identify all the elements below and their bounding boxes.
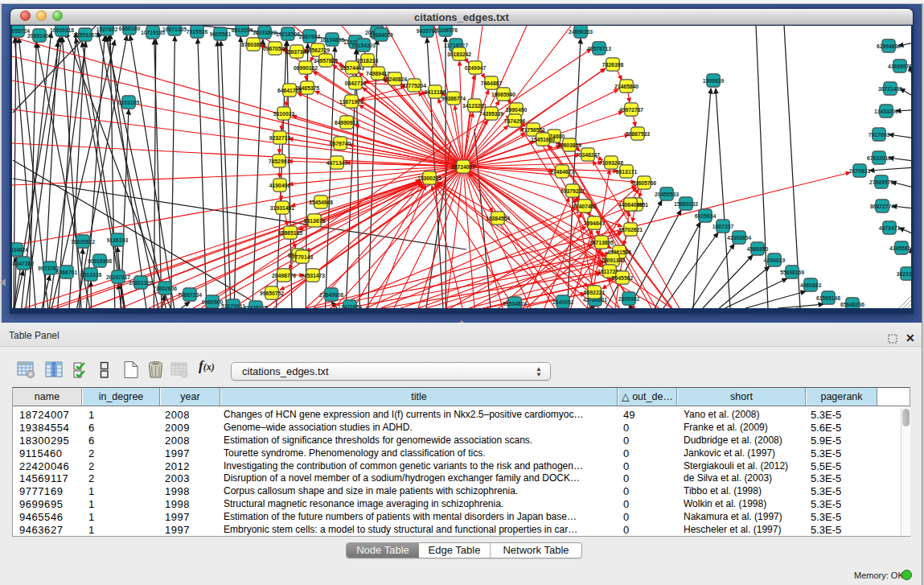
svg-text:21465840: 21465840: [614, 84, 639, 89]
svg-text:67632016: 67632016: [867, 155, 891, 161]
svg-text:47407482: 47407482: [573, 204, 597, 209]
svg-text:27484677: 27484677: [550, 169, 574, 175]
svg-text:1527602: 1527602: [97, 27, 118, 32]
svg-text:36713695: 36713695: [589, 240, 614, 245]
svg-text:19065940: 19065940: [491, 92, 515, 97]
svg-text:74395339: 74395339: [479, 111, 503, 117]
svg-text:7594647: 7594647: [584, 220, 606, 226]
svg-text:0103105: 0103105: [118, 100, 140, 105]
svg-text:4294019: 4294019: [764, 257, 786, 263]
svg-text:73602606: 73602606: [153, 286, 177, 291]
svg-text:16154808: 16154808: [320, 37, 344, 43]
svg-text:94531473: 94531473: [301, 273, 325, 278]
svg-text:64641708: 64641708: [277, 88, 302, 93]
svg-text:24896383: 24896383: [569, 29, 593, 35]
svg-text:71093248: 71093248: [599, 160, 623, 166]
svg-text:99650752: 99650752: [260, 290, 284, 296]
svg-text:51079911: 51079911: [221, 303, 245, 308]
svg-text:18300295: 18300295: [417, 175, 441, 181]
svg-text:3990490: 3990490: [506, 107, 528, 113]
svg-text:18724007: 18724007: [451, 164, 475, 170]
svg-text:31931491: 31931491: [270, 205, 294, 211]
svg-text:74687234: 74687234: [178, 292, 202, 298]
svg-text:12684060: 12684060: [369, 32, 393, 38]
svg-text:1640052: 1640052: [552, 299, 574, 305]
svg-text:2805982: 2805982: [618, 296, 640, 302]
svg-text:70154303: 70154303: [351, 43, 376, 48]
svg-text:43699577: 43699577: [888, 64, 911, 69]
svg-text:47775204: 47775204: [402, 83, 426, 89]
svg-text:8813054: 8813054: [232, 27, 253, 33]
svg-text:7917693: 7917693: [869, 132, 890, 138]
svg-text:7770143: 7770143: [292, 254, 314, 260]
svg-text:99386774: 99386774: [441, 96, 466, 101]
svg-text:6513338: 6513338: [80, 272, 102, 278]
svg-text:71756551: 71756551: [521, 127, 545, 133]
svg-text:7826398: 7826398: [602, 62, 624, 68]
svg-text:35240824: 35240824: [383, 76, 407, 82]
svg-text:78820812: 78820812: [71, 239, 95, 245]
svg-text:2887682: 2887682: [299, 34, 321, 39]
svg-text:8347382: 8347382: [13, 261, 35, 266]
svg-text:2870831: 2870831: [849, 168, 871, 174]
svg-text:4586850: 4586850: [747, 246, 769, 252]
svg-text:5310033: 5310033: [273, 111, 295, 117]
svg-text:58867533: 58867533: [626, 131, 650, 137]
svg-text:90916998: 90916998: [88, 258, 112, 264]
svg-text:7464887: 7464887: [481, 80, 503, 86]
svg-text:9232719: 9232719: [269, 135, 291, 141]
svg-text:9136193: 9136193: [107, 237, 129, 243]
svg-text:27889579: 27889579: [869, 179, 893, 185]
svg-text:49972787: 49972787: [619, 107, 643, 113]
svg-text:44064090: 44064090: [618, 202, 643, 208]
svg-text:38425135: 38425135: [244, 305, 268, 308]
svg-text:8613171: 8613171: [616, 169, 638, 175]
svg-text:62994680: 62994680: [877, 43, 901, 49]
svg-text:4190496: 4190496: [269, 183, 291, 188]
svg-text:10719185: 10719185: [141, 30, 165, 35]
svg-text:09670546: 09670546: [263, 46, 287, 51]
svg-text:13433200: 13433200: [874, 109, 898, 114]
svg-text:0249947: 0249947: [465, 65, 487, 71]
svg-text:6466160: 6466160: [119, 26, 141, 31]
svg-text:87603859: 87603859: [557, 142, 581, 148]
svg-text:8692221: 8692221: [584, 290, 606, 295]
svg-text:4471349: 4471349: [326, 160, 348, 166]
svg-text:34123281: 34123281: [462, 103, 487, 109]
svg-text:63605766: 63605766: [632, 180, 656, 186]
svg-text:5045562: 5045562: [612, 275, 634, 281]
svg-text:65648236: 65648236: [840, 302, 864, 307]
svg-text:0980500: 0980500: [202, 299, 224, 305]
svg-text:1607337: 1607337: [713, 224, 734, 229]
svg-text:20450533: 20450533: [655, 192, 679, 197]
svg-text:18702621: 18702621: [618, 227, 643, 233]
svg-text:15869232: 15869232: [674, 201, 698, 207]
svg-text:12411824: 12411824: [338, 304, 362, 308]
svg-text:78091343: 78091343: [601, 257, 625, 263]
svg-text:06990162: 06990162: [294, 65, 318, 71]
svg-text:26247317: 26247317: [106, 274, 130, 280]
svg-text:36183242: 36183242: [447, 51, 471, 57]
svg-text:0842710: 0842710: [345, 80, 367, 86]
svg-text:3623166: 3623166: [897, 271, 911, 277]
svg-text:43303654: 43303654: [727, 235, 751, 241]
svg-text:28498776: 28498776: [272, 273, 296, 278]
svg-text:1509839: 1509839: [703, 78, 725, 84]
svg-text:6566701: 6566701: [56, 270, 78, 275]
svg-text:8313678: 8313678: [304, 218, 326, 224]
svg-text:05865185: 05865185: [278, 230, 302, 236]
svg-text:46578713: 46578713: [587, 46, 611, 51]
svg-text:86872774: 86872774: [870, 204, 894, 209]
svg-text:74989413: 74989413: [366, 71, 390, 76]
svg-text:55698169: 55698169: [780, 270, 804, 275]
svg-text:9605581: 9605581: [210, 31, 232, 37]
svg-text:19218506: 19218506: [276, 31, 300, 37]
svg-text:61595148: 61595148: [816, 295, 840, 301]
svg-text:4060883: 4060883: [800, 282, 822, 288]
svg-text:7452991: 7452991: [269, 159, 290, 164]
svg-text:43455812: 43455812: [889, 245, 911, 251]
svg-text:6025634: 6025634: [695, 213, 717, 219]
svg-text:35454948: 35454948: [309, 200, 333, 205]
svg-text:10801326: 10801326: [129, 280, 153, 286]
svg-text:4873471: 4873471: [879, 225, 901, 231]
